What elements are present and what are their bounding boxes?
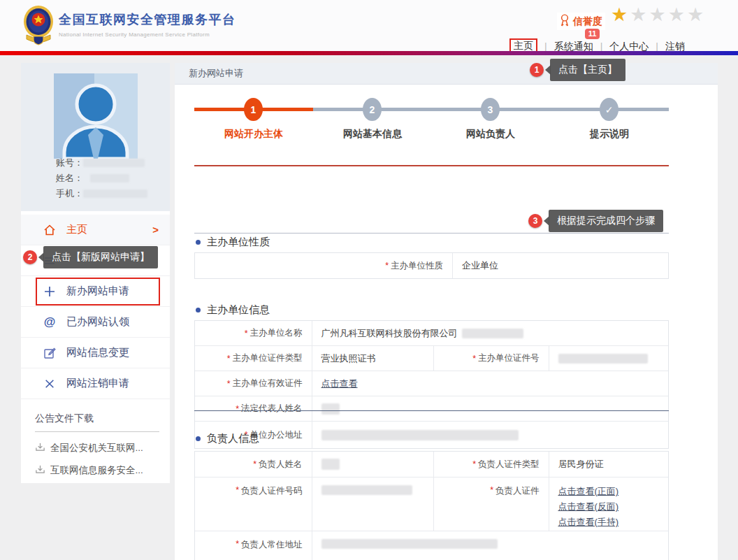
download-icon — [35, 464, 45, 477]
chevron-right-icon: > — [152, 224, 159, 236]
header-accent-bar — [0, 51, 738, 55]
redacted-value — [558, 354, 648, 364]
sidebar-item-label: 网站信息变更 — [66, 346, 129, 359]
account-label: 账号： — [56, 157, 83, 169]
unit-cert-no-value — [549, 346, 669, 371]
field-label: * 主办单位证件号 — [433, 346, 549, 371]
step-indicator: 1 2 3 ✓ 网站开办主体 网站基本信息 网站负责人 提示说明 — [175, 85, 718, 166]
content-header: 新办网站申请 — [175, 63, 718, 85]
reputation: 信誉度 — [557, 13, 605, 30]
sidebar-item-home[interactable]: 主页 > — [21, 215, 170, 245]
downloads-title: 公告文件下载 — [35, 412, 159, 425]
site-subtitle: National Internet Security Management Se… — [59, 31, 236, 38]
unit-name-value: 广州凡科互联网科技股份有限公司 — [312, 321, 668, 345]
field-label: * 主办单位有效证件 — [195, 371, 312, 396]
steps-underline — [194, 165, 669, 166]
redacted-value — [321, 459, 340, 470]
annotation-3: 3 根据提示完成四个步骤 — [528, 210, 663, 232]
field-label: * 负责人常住地址 — [195, 531, 312, 560]
star-icon: ★ — [649, 4, 667, 25]
redacted-name-value — [90, 174, 129, 182]
annotation-2-tooltip: 点击【新版网站申请】 — [43, 246, 158, 268]
star-icon: ★ — [668, 4, 687, 25]
police-badge-icon — [23, 4, 54, 46]
sidebar-item-change[interactable]: 网站信息变更 — [21, 338, 170, 368]
sidebar-item-cancel[interactable]: 网站注销申请 — [21, 368, 170, 399]
field-label: * 主办单位证件类型 — [195, 346, 312, 371]
star-icon: ★ — [630, 4, 649, 25]
section-bullet — [196, 240, 201, 245]
star-icon: ★ — [611, 4, 630, 25]
nav-home[interactable]: 主页 — [514, 40, 533, 51]
unit-cert-type-value: 营业执照证书 — [312, 346, 433, 371]
nav-notices[interactable]: 系统通知 — [554, 41, 593, 52]
download-label: 互联网信息服务安全... — [50, 464, 143, 477]
sidebar-item-new-site[interactable]: 新办网站申请 — [21, 276, 170, 307]
redacted-value — [321, 403, 340, 415]
sidebar-item-claim[interactable]: @ 已办网站认领 — [21, 307, 170, 338]
sidebar: 账号： 姓名： 手机： 主页 — [21, 63, 170, 483]
person-cert-no-value — [312, 478, 433, 531]
page: 全国互联网安全管理服务平台 National Internet Security… — [0, 0, 738, 560]
download-link-1[interactable]: 全国公安机关互联网... — [35, 442, 159, 454]
step-label-3: 网站负责人 — [438, 128, 543, 141]
download-icon — [35, 442, 45, 454]
annotation-1: 1 点击【主页】 — [530, 59, 625, 81]
annotation-2-number: 2 — [23, 250, 37, 264]
view-cert-link[interactable]: 点击查看 — [321, 378, 358, 390]
downloads-section: 公告文件下载 全国公安机关互联网... 互联网信息服务安全... — [35, 412, 159, 477]
step-label-4: 提示说明 — [557, 128, 662, 141]
sidebar-menu: 主页 > 新办网站申请 @ — [21, 215, 170, 399]
download-label: 全国公安机关互联网... — [50, 442, 143, 454]
header: 全国互联网安全管理服务平台 National Internet Security… — [0, 0, 738, 51]
view-id-back-link[interactable]: 点击查看(反面) — [558, 499, 619, 515]
redacted-value — [321, 485, 412, 495]
annotation-3-number: 3 — [528, 214, 542, 228]
person-info-table: * 负责人姓名 * 负责人证件类型 居民身份证 * 负责人证件号码 — [194, 451, 669, 560]
step-label-2: 网站基本信息 — [320, 128, 425, 141]
site-title: 全国互联网安全管理服务平台 — [59, 11, 236, 28]
x-icon — [42, 376, 57, 392]
person-cert-links: 点击查看(正面) 点击查看(反面) 点击查看(手持) — [549, 478, 669, 531]
name-label: 姓名： — [56, 172, 83, 185]
view-id-hold-link[interactable]: 点击查看(手持) — [558, 515, 619, 530]
star-rating: ★★★★★ — [611, 3, 706, 27]
sidebar-item-label: 网站注销申请 — [66, 377, 129, 390]
reputation-label: 信誉度 — [573, 15, 602, 28]
section-bullet — [196, 308, 201, 313]
legal-rep-value — [312, 396, 668, 421]
step-circle-2: 2 — [363, 98, 382, 121]
redacted-value — [321, 430, 519, 440]
medal-icon — [560, 13, 570, 29]
avatar — [54, 73, 138, 159]
sidebar-item-label: 新办网站申请 — [66, 285, 129, 298]
annotation-3-tooltip: 根据提示完成四个步骤 — [549, 210, 663, 232]
view-id-front-link[interactable]: 点击查看(正面) — [558, 484, 619, 499]
unit-nature-table: * 主办单位性质 企业单位 — [194, 252, 669, 279]
redacted-phone-value — [83, 189, 147, 198]
field-label: * 负责人证件 — [433, 478, 549, 531]
annotation-1-tooltip: 点击【主页】 — [550, 59, 625, 81]
step-label-1: 网站开办主体 — [201, 128, 306, 141]
section-divider-light — [194, 233, 669, 234]
phone-label: 手机： — [56, 187, 83, 200]
field-label: * 负责人证件类型 — [433, 452, 549, 477]
site-title-block: 全国互联网安全管理服务平台 National Internet Security… — [59, 11, 236, 38]
section-title-person-info: 负责人信息 — [196, 432, 259, 445]
star-icon: ★ — [687, 4, 706, 25]
office-addr-value — [312, 422, 668, 448]
redacted-value — [321, 539, 498, 549]
redacted-account-value — [83, 159, 145, 167]
download-link-2[interactable]: 互联网信息服务安全... — [35, 464, 159, 477]
at-icon: @ — [42, 315, 57, 330]
field-label: * 法定代表人姓名 — [195, 396, 312, 421]
sidebar-item-label: 主页 — [66, 223, 87, 236]
unit-info-table: * 主办单位名称 广州凡科互联网科技股份有限公司 * 主办单位证件类型 营业执照… — [194, 320, 669, 449]
step-circle-3: 3 — [481, 98, 500, 121]
edit-icon — [42, 345, 57, 361]
field-label: * 主办单位名称 — [195, 321, 312, 345]
home-icon — [42, 222, 57, 238]
field-label: * 负责人姓名 — [195, 452, 312, 477]
unit-nature-value: 企业单位 — [452, 253, 668, 278]
step-circle-1: 1 — [244, 98, 263, 121]
